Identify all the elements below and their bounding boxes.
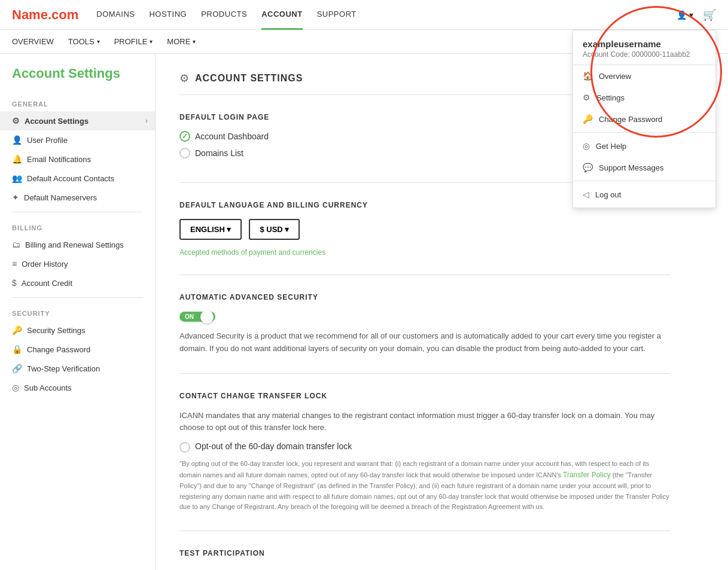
advanced-security-title: AUTOMATIC ADVANCED SECURITY bbox=[179, 293, 670, 301]
lock-icon: 🔒 bbox=[12, 345, 22, 354]
toggle-label: ON bbox=[181, 313, 194, 320]
sidebar-divider-2 bbox=[12, 297, 143, 298]
transfer-lock-small-text: "By opting out of the 60-day transfer lo… bbox=[179, 459, 670, 513]
transfer-lock-option[interactable]: Opt-out of the 60-day domain transfer lo… bbox=[179, 441, 670, 453]
test-participation-description: Participate in tests to help improve you… bbox=[179, 567, 670, 570]
currency-language-row: ENGLISH ▾ $ USD ▾ bbox=[179, 219, 670, 240]
toggle-knob bbox=[200, 310, 214, 324]
section-advanced-security: AUTOMATIC ADVANCED SECURITY ON Advanced … bbox=[179, 293, 670, 374]
sidebar-item-email-notifications[interactable]: 🔔 Email Notifications bbox=[0, 150, 155, 169]
sidebar-divider-1 bbox=[12, 212, 143, 212]
logout-icon: ◁ bbox=[583, 190, 589, 199]
bell-icon: 🔔 bbox=[12, 154, 22, 164]
transfer-lock-option-label: Opt-out of the 60-day domain transfer lo… bbox=[195, 441, 352, 451]
nav-hosting[interactable]: HOSTING bbox=[149, 0, 187, 30]
sidebar-section-general: GENERAL bbox=[0, 93, 155, 111]
sidebar-item-security-settings[interactable]: 🔑 Security Settings bbox=[0, 321, 155, 340]
content-gear-icon: ⚙ bbox=[179, 72, 189, 85]
user-profile-icon: 👤 bbox=[12, 135, 22, 145]
home-icon: 🏠 bbox=[583, 71, 593, 81]
nav-right: 👤 ▾ 🛒 bbox=[677, 8, 716, 22]
dropdown-username: exampleusername bbox=[583, 39, 706, 49]
transfer-lock-checkbox bbox=[179, 442, 190, 453]
logo[interactable]: Name.com bbox=[12, 7, 78, 23]
top-navigation: Name.com DOMAINS HOSTING PRODUCTS ACCOUN… bbox=[0, 0, 728, 30]
sidebar-item-change-password[interactable]: 🔒 Change Password bbox=[0, 340, 155, 359]
sidebar-section-security: SECURITY bbox=[0, 303, 155, 321]
sidebar-item-sub-accounts[interactable]: ◎ Sub Accounts bbox=[0, 378, 155, 397]
sidebar-item-billing-renewal[interactable]: 🗂 Billing and Renewal Settings bbox=[0, 235, 155, 254]
currency-dropdown[interactable]: $ USD ▾ bbox=[249, 219, 300, 240]
contacts-icon: 👥 bbox=[12, 173, 22, 183]
section-language-currency: DEFAULT LANGUAGE AND BILLING CURRENCY EN… bbox=[179, 201, 670, 275]
sidebar-item-order-history[interactable]: ≡ Order History bbox=[0, 254, 155, 273]
order-history-icon: ≡ bbox=[12, 259, 17, 269]
nav-account[interactable]: ACCOUNT bbox=[261, 0, 303, 30]
toggle-container: ON bbox=[179, 311, 670, 322]
subnav-profile[interactable]: PROFILE ▾ bbox=[114, 37, 153, 46]
security-toggle[interactable]: ON bbox=[179, 312, 215, 322]
sidebar-item-account-contacts[interactable]: 👥 Default Account Contacts bbox=[0, 169, 155, 188]
nav-domains[interactable]: DOMAINS bbox=[96, 0, 135, 30]
chevron-icon: › bbox=[145, 117, 148, 125]
credit-icon: $ bbox=[12, 278, 17, 288]
section-test-participation: TEST PARTICIPATION Participate in tests … bbox=[179, 549, 670, 570]
user-dropdown-menu: exampleusername Account Code: 0000000-11… bbox=[572, 30, 716, 208]
user-person-icon: 👤 bbox=[677, 10, 687, 20]
settings-icon: ⚙ bbox=[583, 93, 590, 102]
dropdown-divider-2 bbox=[573, 181, 715, 181]
key-icon: 🔑 bbox=[12, 325, 22, 335]
sidebar-title: Account Settings bbox=[0, 66, 155, 93]
sidebar-section-billing: BILLING bbox=[0, 217, 155, 235]
messages-icon: 💬 bbox=[583, 163, 593, 172]
sidebar-item-two-step[interactable]: 🔗 Two-Step Verification bbox=[0, 359, 155, 378]
user-dropdown-arrow: ▾ bbox=[689, 10, 693, 20]
radio-checked-circle bbox=[179, 131, 190, 142]
radio-account-dashboard-label: Account Dashboard bbox=[195, 132, 269, 141]
subnav-more[interactable]: MORE ▾ bbox=[167, 37, 196, 46]
dropdown-settings[interactable]: ⚙ Settings bbox=[573, 87, 715, 108]
sub-accounts-icon: ◎ bbox=[12, 383, 19, 392]
user-menu-button[interactable]: 👤 ▾ bbox=[677, 10, 693, 20]
subnav-tools[interactable]: TOOLS ▾ bbox=[68, 37, 100, 46]
password-icon: 🔑 bbox=[583, 114, 593, 124]
dropdown-logout: ◁ Log out bbox=[573, 184, 715, 208]
sidebar-item-user-profile[interactable]: 👤 User Profile bbox=[0, 130, 155, 150]
sidebar-item-account-settings[interactable]: ⚙ Account Settings › bbox=[0, 111, 155, 130]
dropdown-overview[interactable]: 🏠 Overview bbox=[573, 65, 715, 87]
dropdown-get-help[interactable]: ◎ Get Help bbox=[573, 135, 715, 157]
nav-links: DOMAINS HOSTING PRODUCTS ACCOUNT SUPPORT bbox=[96, 0, 677, 30]
sidebar: Account Settings GENERAL ⚙ Account Setti… bbox=[0, 54, 156, 570]
transfer-policy-link[interactable]: Transfer Policy bbox=[563, 471, 611, 479]
sidebar-item-default-nameservers[interactable]: ✦ Default Nameservers bbox=[0, 188, 155, 207]
radio-unchecked-circle bbox=[179, 148, 190, 158]
transfer-lock-description: ICANN mandates that any material changes… bbox=[179, 410, 670, 435]
help-icon: ◎ bbox=[583, 141, 590, 151]
language-dropdown[interactable]: ENGLISH ▾ bbox=[179, 219, 242, 240]
accepted-methods-link[interactable]: Accepted methods of payment and currenci… bbox=[179, 248, 325, 257]
test-participation-title: TEST PARTICIPATION bbox=[179, 549, 670, 557]
gear-icon: ⚙ bbox=[12, 116, 20, 126]
logout-button[interactable]: ◁ Log out bbox=[583, 190, 706, 199]
advanced-security-description: Advanced Security is a product that we r… bbox=[179, 330, 670, 355]
nav-support[interactable]: SUPPORT bbox=[317, 0, 357, 30]
two-step-icon: 🔗 bbox=[12, 364, 22, 373]
dropdown-support-messages[interactable]: 💬 Support Messages bbox=[573, 157, 715, 178]
dropdown-account-code: Account Code: 0000000-11aabb2 bbox=[583, 50, 706, 59]
content-title: ACCOUNT SETTINGS bbox=[195, 73, 303, 84]
billing-icon: 🗂 bbox=[12, 240, 20, 249]
nav-products[interactable]: PRODUCTS bbox=[201, 0, 247, 30]
subnav-overview[interactable]: OVERVIEW bbox=[12, 37, 54, 46]
cart-icon[interactable]: 🛒 bbox=[703, 8, 716, 22]
transfer-lock-title: CONTACT CHANGE TRANSFER LOCK bbox=[179, 392, 670, 400]
dropdown-divider-1 bbox=[573, 132, 715, 133]
radio-domains-list-label: Domains List bbox=[195, 148, 243, 158]
section-transfer-lock: CONTACT CHANGE TRANSFER LOCK ICANN manda… bbox=[179, 392, 670, 531]
dropdown-user-info: exampleusername Account Code: 0000000-11… bbox=[573, 31, 715, 65]
nameservers-icon: ✦ bbox=[12, 193, 19, 202]
dropdown-change-password[interactable]: 🔑 Change Password bbox=[573, 108, 715, 130]
sidebar-item-account-credit[interactable]: $ Account Credit bbox=[0, 273, 155, 292]
